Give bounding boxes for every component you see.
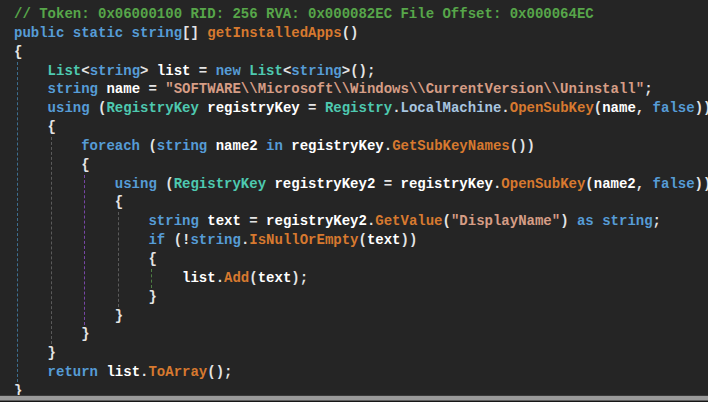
- code-token-lo: registryKey: [291, 138, 383, 154]
- code-token-ty: Registry: [325, 100, 392, 116]
- code-token-kw: new: [216, 63, 241, 79]
- code-token-pu: >: [140, 63, 157, 79]
- code-token-me: GetSubKeyNames: [392, 138, 510, 154]
- code-token-kw: string: [190, 232, 240, 248]
- code-editor-pane[interactable]: // Token: 0x06000100 RID: 256 RVA: 0x000…: [14, 5, 708, 402]
- code-token-lo: registryKey: [207, 100, 299, 116]
- code-line: }: [14, 307, 708, 326]
- code-token-me: GetValue: [375, 213, 442, 229]
- code-token-pu: []: [182, 25, 207, 41]
- code-token-pu: }: [14, 345, 56, 361]
- code-token-pu: =: [190, 63, 215, 79]
- code-token-lo: registryKey2: [274, 176, 375, 192]
- code-token-pu: =: [300, 100, 325, 116]
- code-token-me: IsNullOrEmpty: [249, 232, 358, 248]
- code-token-kw: string: [157, 138, 207, 154]
- code-token-me: ToArray: [148, 364, 207, 380]
- horizontal-scrollbar[interactable]: [0, 395, 708, 402]
- code-token-me: OpenSubKey: [510, 100, 594, 116]
- code-line: using (RegistryKey registryKey = Registr…: [14, 99, 708, 118]
- code-line: foreach (string name2 in registryKey.Get…: [14, 137, 708, 156]
- code-line: {: [14, 118, 708, 137]
- code-token-lo: name: [602, 100, 636, 116]
- code-token-kw: in: [258, 138, 292, 154]
- code-token-pu: (: [140, 138, 157, 154]
- code-line: public static string[] getInstalledApps(…: [14, 24, 708, 43]
- code-token-lo: name: [106, 81, 140, 97]
- code-token-me: getInstalledApps: [207, 25, 341, 41]
- code-line: List<string> list = new List<string>();: [14, 62, 708, 81]
- code-token-kw: return: [14, 364, 98, 380]
- code-token-pu: <: [81, 63, 89, 79]
- code-token-pu: }: [14, 289, 157, 305]
- code-line: if (!string.IsNullOrEmpty(text)): [14, 231, 708, 250]
- code-token-pu: );: [291, 270, 308, 286]
- code-token-ty: RegistryKey: [106, 100, 198, 116]
- code-line: list.Add(text);: [14, 269, 708, 288]
- code-token-pu: .: [384, 138, 392, 154]
- code-token-ty: List: [14, 63, 81, 79]
- code-token-pu: ,: [636, 100, 653, 116]
- code-token-kw: false: [653, 176, 695, 192]
- code-token-kw: using: [14, 176, 157, 192]
- code-token-pu: (: [249, 270, 257, 286]
- code-token-lo: registryKey2: [266, 213, 367, 229]
- code-token-kw: false: [653, 100, 695, 116]
- code-line: {: [14, 43, 708, 62]
- code-token-pu: .: [501, 100, 509, 116]
- code-token-pu: =: [375, 176, 400, 192]
- code-line: string text = registryKey2.GetValue("Dis…: [14, 212, 708, 231]
- code-token-pu: )): [695, 100, 708, 116]
- code-token-pu: .: [216, 270, 224, 286]
- code-token-pu: .: [392, 100, 400, 116]
- code-token-pu: (: [157, 176, 174, 192]
- code-token-lo: list: [14, 270, 216, 286]
- code-token-me: OpenSubKey: [501, 176, 585, 192]
- code-token-ty: List: [249, 63, 283, 79]
- code-token-lo: registryKey: [401, 176, 493, 192]
- code-token-st: "DisplayName": [451, 213, 560, 229]
- code-token-kw: foreach: [14, 138, 140, 154]
- code-token-cm: // Token: 0x06000100 RID: 256 RVA: 0x000…: [14, 6, 594, 22]
- code-token-pu: (): [342, 25, 359, 41]
- code-token-kw: public static string: [14, 25, 182, 41]
- code-token-pu: ): [560, 213, 577, 229]
- code-line: }: [14, 325, 708, 344]
- code-token-pu: (: [90, 100, 107, 116]
- code-token-pu: ()): [510, 138, 535, 154]
- code-token-pu: )): [401, 232, 418, 248]
- code-token-lo: text: [367, 232, 401, 248]
- code-token-pu: {: [14, 119, 56, 135]
- code-line: string name = "SOFTWARE\\Microsoft\\Wind…: [14, 80, 708, 99]
- code-line: }: [14, 344, 708, 363]
- code-line: using (RegistryKey registryKey2 = regist…: [14, 175, 708, 194]
- code-token-lo: name2: [594, 176, 636, 192]
- code-token-pu: ;: [653, 213, 661, 229]
- code-line: {: [14, 156, 708, 175]
- code-line: {: [14, 250, 708, 269]
- code-line: return list.ToArray();: [14, 363, 708, 382]
- code-token-kw: string: [14, 213, 199, 229]
- code-token-pu: (: [443, 213, 451, 229]
- code-token-lo: list: [106, 364, 140, 380]
- code-token-kw: using: [14, 100, 90, 116]
- code-token-lo: list: [157, 63, 191, 79]
- code-token-pu: [594, 213, 602, 229]
- code-token-pu: ,: [636, 176, 653, 192]
- code-token-kw: string: [90, 63, 140, 79]
- code-token-me: Add: [224, 270, 249, 286]
- code-token-lo: text: [207, 213, 241, 229]
- code-token-kw: string: [14, 81, 98, 97]
- code-token-pu: ;: [644, 81, 652, 97]
- code-token-pu: =: [241, 213, 266, 229]
- code-token-pu: =: [140, 81, 165, 97]
- decompiler-code-viewer: // Token: 0x06000100 RID: 256 RVA: 0x000…: [0, 0, 708, 402]
- code-token-kw: if: [14, 232, 165, 248]
- code-token-pu: >();: [342, 63, 376, 79]
- code-token-lo: text: [258, 270, 292, 286]
- code-token-pu: {: [14, 251, 157, 267]
- code-token-st: "SOFTWARE\\Microsoft\\Windows\\CurrentVe…: [165, 81, 644, 97]
- code-token-pu: {: [14, 44, 22, 60]
- code-token-pu: (: [594, 100, 602, 116]
- code-token-pu: }: [14, 308, 123, 324]
